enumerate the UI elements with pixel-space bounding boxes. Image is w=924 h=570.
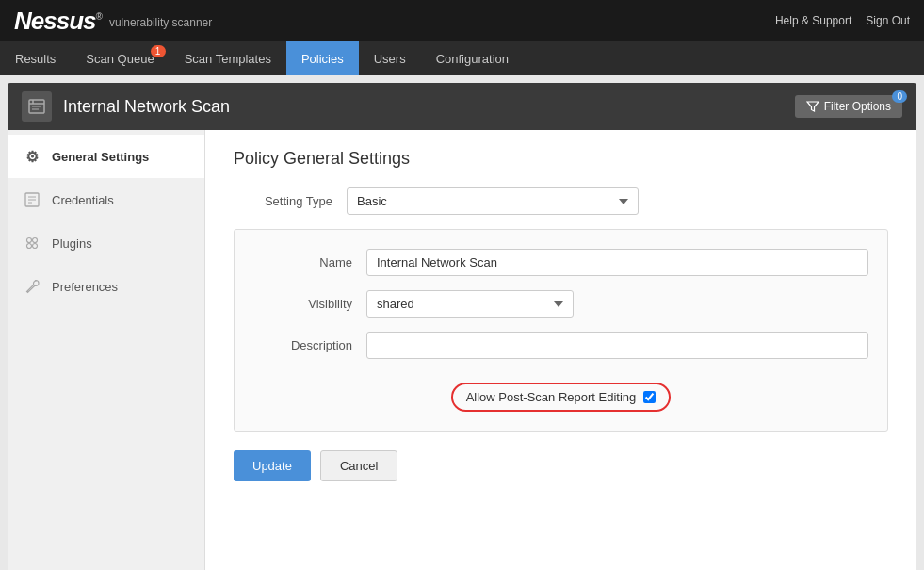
sidebar-item-preferences[interactable]: Preferences xyxy=(8,265,204,308)
filter-icon xyxy=(806,100,819,113)
visibility-row: Visibility shared private xyxy=(253,290,868,318)
nav-tab-results[interactable]: Results xyxy=(0,41,71,75)
logo-area: Nessus® vulnerability scanner xyxy=(14,7,212,36)
page-header: Internal Network Scan Filter Options 0 xyxy=(8,83,916,130)
description-row: Description xyxy=(253,332,868,359)
setting-type-row: Setting Type Basic Advanced xyxy=(234,187,888,215)
wrench-icon xyxy=(22,276,42,297)
sidebar: ⚙ General Settings Credentials xyxy=(8,130,205,570)
name-label: Name xyxy=(253,255,366,269)
visibility-select[interactable]: shared private xyxy=(366,290,574,318)
sidebar-item-general-settings[interactable]: ⚙ General Settings xyxy=(8,135,204,178)
plugins-icon xyxy=(22,233,42,253)
app-logo: Nessus® xyxy=(14,7,102,36)
name-control xyxy=(366,249,868,276)
checkbox-label: Allow Post-Scan Report Editing xyxy=(466,390,637,404)
description-control xyxy=(366,332,868,359)
update-button[interactable]: Update xyxy=(234,450,311,481)
setting-type-label: Setting Type xyxy=(234,194,347,208)
top-bar: Nessus® vulnerability scanner Help & Sup… xyxy=(0,0,924,41)
signout-link[interactable]: Sign Out xyxy=(866,14,910,27)
svg-point-9 xyxy=(27,238,32,243)
svg-point-10 xyxy=(33,238,38,243)
setting-type-select-wrapper: Basic Advanced xyxy=(347,187,639,215)
filter-badge: 0 xyxy=(892,90,907,103)
page-header-left: Internal Network Scan xyxy=(22,91,230,122)
setting-type-select[interactable]: Basic Advanced xyxy=(347,187,639,215)
svg-point-11 xyxy=(27,244,32,249)
main-content: ⚙ General Settings Credentials xyxy=(8,130,916,570)
content-area: Policy General Settings Setting Type Bas… xyxy=(205,130,916,570)
sidebar-label-general-settings: General Settings xyxy=(52,150,149,164)
filter-options-button[interactable]: Filter Options 0 xyxy=(795,95,902,118)
nav-tab-scan-queue[interactable]: Scan Queue 1 xyxy=(71,41,169,75)
cancel-button[interactable]: Cancel xyxy=(320,450,397,481)
description-label: Description xyxy=(253,338,366,352)
content-title: Policy General Settings xyxy=(234,149,888,169)
sidebar-item-credentials[interactable]: Credentials xyxy=(8,178,204,221)
page-title: Internal Network Scan xyxy=(63,97,230,117)
nav-tab-policies[interactable]: Policies xyxy=(286,41,359,75)
top-links: Help & Support Sign Out xyxy=(775,14,910,27)
help-link[interactable]: Help & Support xyxy=(775,14,851,27)
visibility-label: Visibility xyxy=(253,297,366,311)
sidebar-label-preferences: Preferences xyxy=(52,280,118,294)
description-input[interactable] xyxy=(366,332,868,359)
scan-queue-badge: 1 xyxy=(151,45,166,57)
sidebar-label-plugins: Plugins xyxy=(52,236,92,251)
svg-point-12 xyxy=(33,244,38,249)
name-input[interactable] xyxy=(366,249,868,276)
checkbox-area: Allow Post-Scan Report Editing xyxy=(253,373,868,412)
app-subtitle: vulnerability scanner xyxy=(109,16,212,29)
nav-tab-configuration[interactable]: Configuration xyxy=(421,41,524,75)
post-scan-checkbox[interactable] xyxy=(643,391,656,403)
sidebar-label-credentials: Credentials xyxy=(52,193,114,207)
post-scan-highlight: Allow Post-Scan Report Editing xyxy=(451,383,672,412)
nav-tab-users[interactable]: Users xyxy=(359,41,421,75)
button-row: Update Cancel xyxy=(234,450,888,481)
sidebar-item-plugins[interactable]: Plugins xyxy=(8,221,204,265)
credentials-icon xyxy=(22,189,42,210)
settings-box: Name Visibility shared private Descripti… xyxy=(234,229,888,432)
gear-icon: ⚙ xyxy=(22,146,42,167)
nav-bar: Results Scan Queue 1 Scan Templates Poli… xyxy=(0,41,924,75)
nav-tab-scan-templates[interactable]: Scan Templates xyxy=(170,41,286,75)
page-header-icon xyxy=(22,91,52,122)
visibility-control: shared private xyxy=(366,290,574,318)
name-row: Name xyxy=(253,249,868,276)
